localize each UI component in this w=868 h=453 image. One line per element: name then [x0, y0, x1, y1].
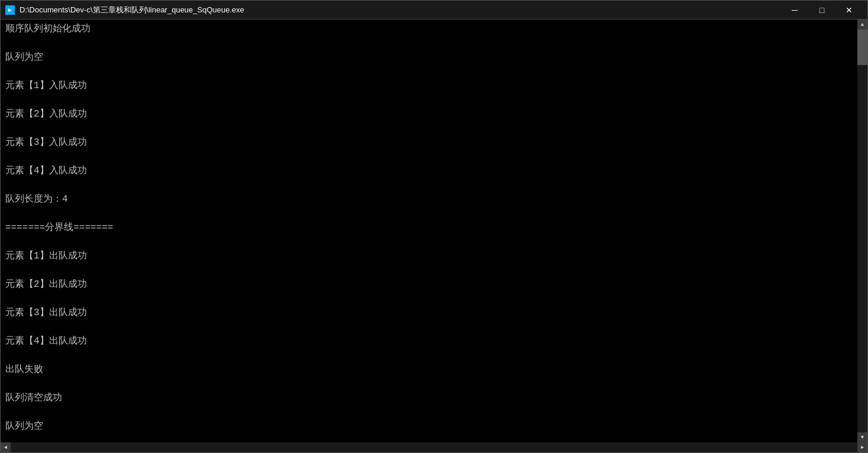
- close-button[interactable]: ✕: [835, 1, 863, 20]
- console-line: 出队失败: [5, 363, 853, 377]
- h-scrollbar-track[interactable]: [11, 442, 857, 452]
- console-line: 元素【1】出队成功: [5, 249, 853, 263]
- vertical-scrollbar[interactable]: ▲ ▼: [857, 20, 867, 442]
- console-output: 顺序队列初始化成功队列为空元素【1】入队成功元素【2】入队成功元素【3】入队成功…: [1, 20, 857, 442]
- scroll-left-button[interactable]: ◄: [1, 442, 11, 452]
- scroll-down-button[interactable]: ▼: [857, 432, 867, 442]
- window: ▶ D:\Documents\Dev-c\第三章栈和队列\linear_queu…: [0, 0, 868, 453]
- scroll-up-button[interactable]: ▲: [857, 20, 867, 30]
- console-line: 顺序队列初始化成功: [5, 22, 853, 36]
- horizontal-scrollbar[interactable]: ◄ ►: [1, 442, 867, 452]
- console-line: 队列长度为：4: [5, 192, 853, 206]
- console-line: 元素【3】出队成功: [5, 306, 853, 320]
- scrollbar-thumb[interactable]: [857, 30, 867, 65]
- scrollbar-track[interactable]: [857, 30, 867, 432]
- window-body: 顺序队列初始化成功队列为空元素【1】入队成功元素【2】入队成功元素【3】入队成功…: [1, 20, 867, 442]
- console-line: 元素【4】出队成功: [5, 334, 853, 348]
- scroll-right-button[interactable]: ►: [857, 442, 867, 452]
- window-title: D:\Documents\Dev-c\第三章栈和队列\linear_queue_…: [20, 5, 781, 15]
- console-line: 元素【4】入队成功: [5, 164, 853, 178]
- console-line: 元素【3】入队成功: [5, 135, 853, 150]
- app-icon: ▶: [5, 5, 15, 15]
- minimize-button[interactable]: ─: [781, 1, 808, 20]
- console-line: 元素【2】入队成功: [5, 107, 853, 121]
- console-line: 队列清空成功: [5, 391, 853, 405]
- window-controls: ─ □ ✕: [781, 1, 863, 20]
- console-line: 队列为空: [5, 419, 853, 433]
- maximize-button[interactable]: □: [808, 1, 835, 20]
- console-line: 队列为空: [5, 50, 853, 64]
- console-line: =======分界线=======: [5, 221, 853, 235]
- console-line: 元素【1】入队成功: [5, 79, 853, 93]
- console-line: 元素【2】出队成功: [5, 277, 853, 292]
- title-bar: ▶ D:\Documents\Dev-c\第三章栈和队列\linear_queu…: [1, 1, 867, 20]
